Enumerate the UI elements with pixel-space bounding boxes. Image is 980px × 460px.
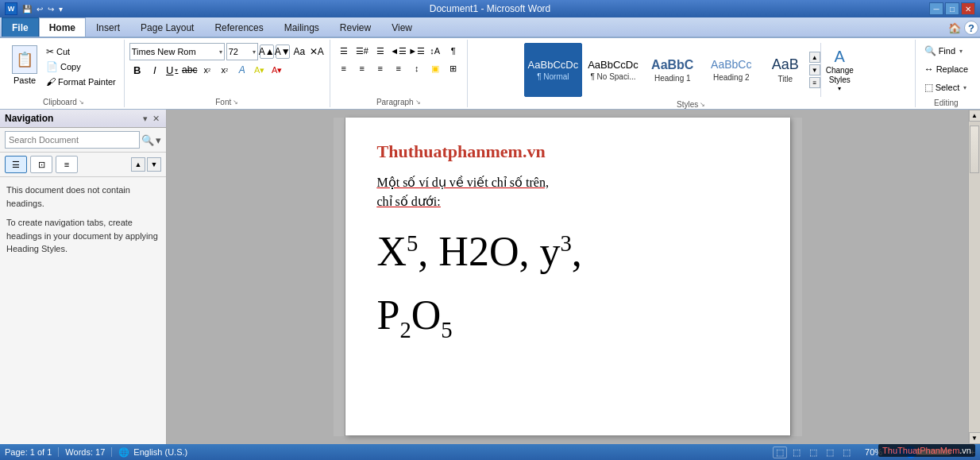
decrease-indent-button[interactable]: ◄☰ [390,43,407,59]
tab-insert[interactable]: Insert [86,17,130,37]
site-title: Thuthuatphanmem.vn [377,141,758,162]
paste-button[interactable]: 📋 Paste [8,43,41,87]
format-painter-button[interactable]: 🖌 Format Painter [43,75,119,89]
align-right-button[interactable]: ≡ [372,60,389,76]
tab-mailings[interactable]: Mailings [274,17,330,37]
scroll-up-arrow[interactable]: ▲ [969,110,981,122]
paragraph-row-2: ≡ ≡ ≡ ≡ ↕ ▣ ⊞ [335,60,462,76]
tab-home[interactable]: Home [39,17,86,37]
font-color-button[interactable]: A▾ [269,62,285,78]
watermark: ThuThuatPhanMem.vn [878,444,975,457]
superscript-button[interactable]: x2 [217,62,233,78]
draft-btn[interactable]: ⬚ [839,446,854,458]
bold-button[interactable]: B [129,62,145,78]
tab-view[interactable]: View [381,17,422,37]
nav-up-button[interactable]: ▲ [131,157,145,172]
nav-pages-button[interactable]: ⊡ [30,156,52,173]
nav-close-button[interactable]: ✕ [151,114,161,124]
maximize-button[interactable]: □ [945,2,959,15]
change-styles-icon: A [835,48,845,66]
font-expand-icon[interactable]: ↘ [233,99,238,106]
help-button[interactable]: ? [964,21,978,35]
strikethrough-button[interactable]: abc [182,62,198,78]
web-layout-btn[interactable]: ⬚ [806,446,820,458]
font-grow-button[interactable]: A▲ [260,44,274,59]
increase-indent-button[interactable]: ►☰ [408,43,426,59]
tab-page-layout[interactable]: Page Layout [130,17,204,37]
copy-button[interactable]: 📄 Copy [43,60,119,74]
style-title[interactable]: AaB Title [762,43,809,97]
outline-btn[interactable]: ⬚ [823,446,837,458]
styles-expand-icon[interactable]: ↘ [700,101,705,108]
copy-icon: 📄 [46,61,58,72]
show-marks-button[interactable]: ¶ [445,43,462,59]
styles-scroll-up[interactable]: ▲ [809,52,820,63]
quick-access-dropdown[interactable]: ▾ [57,4,64,14]
style-heading2[interactable]: AaBbCc Heading 2 [703,43,760,97]
nav-menu-button[interactable]: ▾ [141,114,149,124]
scroll-thumb[interactable] [970,126,979,173]
full-screen-btn[interactable]: ⬚ [789,446,804,458]
italic-button[interactable]: I [147,62,163,78]
align-left-button[interactable]: ≡ [335,60,353,76]
find-label: Find [939,46,955,56]
nav-results-button[interactable]: ≡ [56,156,78,173]
justify-button[interactable]: ≡ [390,60,407,76]
shading-button[interactable]: ▣ [426,60,444,76]
align-center-button[interactable]: ≡ [353,60,371,76]
styles-scroll-down[interactable]: ▼ [809,64,820,75]
minimize-button[interactable]: ─ [929,2,943,15]
select-button[interactable]: ⬚ Select ▾ [920,79,971,95]
highlight-color-button[interactable]: A▾ [252,62,268,78]
search-input[interactable] [5,131,140,149]
line-spacing-button[interactable]: ↕ [408,60,426,76]
style-title-preview: AaB [772,56,799,74]
borders-button[interactable]: ⊞ [445,60,462,76]
subscript-button[interactable]: x2 [199,62,215,78]
right-margin [790,118,802,436]
bullets-button[interactable]: ☰ [335,43,353,59]
scroll-down-arrow[interactable]: ▼ [969,432,981,444]
change-case-button[interactable]: Aa [291,44,307,60]
sort-button[interactable]: ↕A [426,43,444,59]
close-button[interactable]: ✕ [961,2,975,15]
print-layout-btn[interactable]: ⬚ [773,446,787,458]
font-size-select[interactable]: 72 ▾ [226,43,258,60]
nav-headings-button[interactable]: ☰ [5,156,27,173]
vertical-scrollbar[interactable]: ▲ ▼ [968,110,980,444]
styles-group-label: Styles ↘ [473,99,910,110]
document-page[interactable]: Thuthuatphanmem.vn Một số ví dụ về viết … [345,118,790,435]
clipboard-group: 📋 Paste ✂ Cut 📄 Copy 🖌 Format Painter [3,40,125,107]
font-row-1: Times New Rom ▾ 72 ▾ A▲ A▼ Aa ✕A [129,43,325,60]
replace-button[interactable]: ↔ Replace [920,61,972,77]
style-normal[interactable]: AaBbCcDc ¶ Normal [524,43,583,97]
style-heading1[interactable]: AaBbC Heading 1 [644,43,701,97]
paragraph-expand-icon[interactable]: ↘ [415,99,421,106]
tab-references[interactable]: References [204,17,273,37]
redo-quick-btn[interactable]: ↪ [46,4,56,14]
font-name-select[interactable]: Times New Rom ▾ [129,43,225,60]
style-no-spacing-label: ¶ No Spaci... [590,72,635,81]
replace-icon: ↔ [924,64,934,75]
undo-quick-btn[interactable]: ↩ [35,4,44,14]
multilevel-list-button[interactable]: ☰ [372,43,389,59]
change-styles-button[interactable]: A ChangeStyles ▾ [820,43,858,97]
style-no-spacing[interactable]: AaBbCcDc ¶ No Spaci... [584,43,642,97]
tab-review[interactable]: Review [330,17,381,37]
find-button[interactable]: 🔍 Find ▾ [920,43,966,59]
font-shrink-button[interactable]: A▼ [276,44,290,59]
search-dropdown-icon[interactable]: ▾ [156,134,161,146]
styles-dropdown[interactable]: ≡ [809,77,820,88]
styles-container: AaBbCcDc ¶ Normal AaBbCcDc ¶ No Spaci...… [524,43,809,97]
clear-formatting-button[interactable]: ✕A [309,44,325,60]
save-quick-btn[interactable]: 💾 [21,4,33,14]
underline-button[interactable]: U▾ [164,62,180,78]
search-icon[interactable]: 🔍 [141,134,154,146]
text-effect-button[interactable]: A [234,62,250,78]
cut-button[interactable]: ✂ Cut [43,44,119,59]
clipboard-expand-icon[interactable]: ↘ [79,99,84,106]
tab-file[interactable]: File [2,17,39,37]
numbering-button[interactable]: ☰# [353,43,371,59]
scroll-track[interactable] [969,122,980,432]
nav-down-button[interactable]: ▼ [147,157,161,172]
